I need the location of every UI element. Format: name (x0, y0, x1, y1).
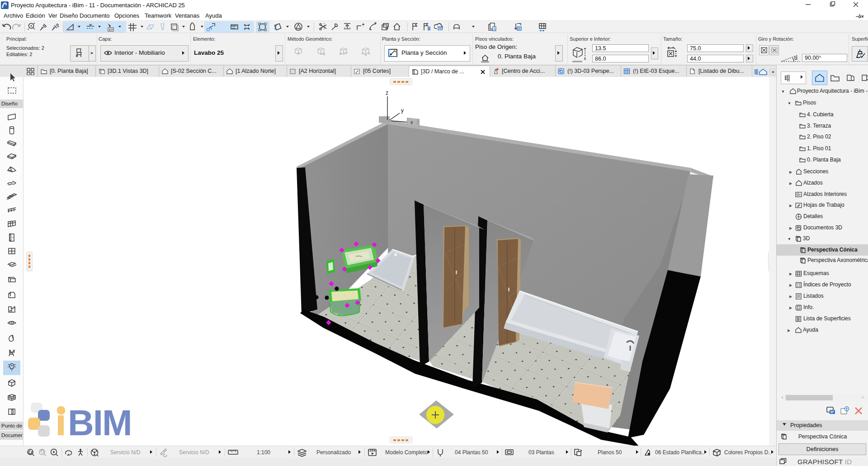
svg-text:i: i (798, 306, 798, 309)
svg-text:z: z (386, 90, 388, 96)
svg-text:BIM: BIM (68, 403, 132, 439)
svg-text:o: o (799, 193, 801, 196)
svg-text:x: x (410, 119, 413, 125)
svg-text:XY: XY (109, 28, 113, 31)
svg-text:12: 12 (232, 26, 236, 29)
svg-text:α: α (794, 55, 797, 61)
svg-text:y: y (401, 107, 404, 114)
svg-text:§: § (494, 27, 495, 30)
